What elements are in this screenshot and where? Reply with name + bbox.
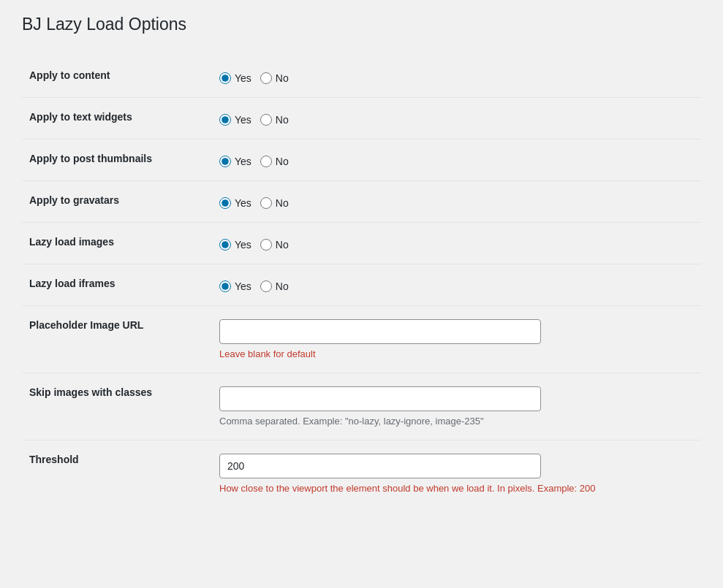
- radio-no-label-2: No: [276, 114, 289, 126]
- row-placeholder-image-url: Placeholder Image URL Leave blank for de…: [22, 306, 701, 373]
- radio-no-label: No: [276, 72, 289, 84]
- radio-yes-apply-to-content[interactable]: Yes: [219, 72, 251, 84]
- radio-input-yes-apply-to-post-thumbnails[interactable]: [219, 156, 231, 167]
- radio-no-lazy-load-iframes[interactable]: No: [260, 280, 289, 292]
- row-lazy-load-images: Lazy load images Yes No: [22, 223, 701, 264]
- radio-yes-label-4: Yes: [235, 197, 251, 209]
- radio-yes-label-6: Yes: [235, 280, 251, 292]
- radio-input-no-apply-to-post-thumbnails[interactable]: [260, 156, 272, 167]
- options-table: Apply to content Yes No Apply to tex: [22, 56, 701, 507]
- radio-input-yes-lazy-load-iframes[interactable]: [219, 280, 231, 292]
- label-lazy-load-iframes: Lazy load iframes: [29, 278, 116, 289]
- radio-no-label-6: No: [276, 280, 289, 292]
- threshold-hint: How close to the viewport the element sh…: [219, 483, 694, 494]
- row-threshold: Threshold How close to the viewport the …: [22, 440, 701, 508]
- radio-no-apply-to-gravatars[interactable]: No: [260, 197, 289, 209]
- skip-images-classes-hint: Comma separated. Example: "no-lazy, lazy…: [219, 416, 694, 427]
- radio-group-apply-to-content: Yes No: [219, 69, 694, 84]
- radio-no-apply-to-text-widgets[interactable]: No: [260, 114, 289, 126]
- radio-input-no-lazy-load-images[interactable]: [260, 239, 272, 251]
- label-apply-to-content: Apply to content: [29, 69, 110, 81]
- row-apply-to-content: Apply to content Yes No: [22, 56, 701, 98]
- radio-input-yes-apply-to-text-widgets[interactable]: [219, 114, 231, 126]
- radio-input-yes-apply-to-content[interactable]: [219, 72, 231, 84]
- radio-no-label-3: No: [276, 156, 289, 167]
- radio-input-no-apply-to-gravatars[interactable]: [260, 197, 272, 209]
- row-skip-images-classes: Skip images with classes Comma separated…: [22, 373, 701, 440]
- radio-group-apply-to-gravatars: Yes No: [219, 194, 694, 209]
- radio-no-label-4: No: [276, 197, 289, 209]
- threshold-input[interactable]: [219, 454, 541, 478]
- radio-group-lazy-load-iframes: Yes No: [219, 278, 694, 292]
- radio-yes-apply-to-post-thumbnails[interactable]: Yes: [219, 156, 251, 167]
- radio-input-no-lazy-load-iframes[interactable]: [260, 280, 272, 292]
- row-apply-to-gravatars: Apply to gravatars Yes No: [22, 181, 701, 223]
- radio-yes-label: Yes: [235, 72, 251, 84]
- row-apply-to-post-thumbnails: Apply to post thumbnails Yes No: [22, 140, 701, 181]
- radio-group-lazy-load-images: Yes No: [219, 236, 694, 251]
- label-apply-to-post-thumbnails: Apply to post thumbnails: [29, 153, 152, 164]
- radio-yes-apply-to-gravatars[interactable]: Yes: [219, 197, 251, 209]
- placeholder-image-url-input[interactable]: [219, 319, 541, 344]
- radio-no-apply-to-post-thumbnails[interactable]: No: [260, 156, 289, 167]
- skip-images-classes-input[interactable]: [219, 386, 541, 411]
- label-lazy-load-images: Lazy load images: [29, 236, 114, 248]
- radio-group-apply-to-text-widgets: Yes No: [219, 111, 694, 126]
- placeholder-image-url-hint: Leave blank for default: [219, 348, 694, 359]
- radio-no-lazy-load-images[interactable]: No: [260, 239, 289, 251]
- radio-no-apply-to-content[interactable]: No: [260, 72, 289, 84]
- radio-input-no-apply-to-text-widgets[interactable]: [260, 114, 272, 126]
- row-apply-to-text-widgets: Apply to text widgets Yes No: [22, 98, 701, 140]
- radio-no-label-5: No: [276, 239, 289, 251]
- page-title: BJ Lazy Load Options: [22, 15, 701, 42]
- label-placeholder-image-url: Placeholder Image URL: [29, 319, 143, 331]
- radio-input-yes-apply-to-gravatars[interactable]: [219, 197, 231, 209]
- row-lazy-load-iframes: Lazy load iframes Yes No: [22, 264, 701, 306]
- label-apply-to-text-widgets: Apply to text widgets: [29, 111, 132, 123]
- radio-yes-label-2: Yes: [235, 114, 251, 126]
- radio-yes-lazy-load-iframes[interactable]: Yes: [219, 280, 251, 292]
- radio-input-no-apply-to-content[interactable]: [260, 72, 272, 84]
- radio-yes-label-5: Yes: [235, 239, 251, 251]
- label-skip-images-classes: Skip images with classes: [29, 386, 152, 398]
- radio-group-apply-to-post-thumbnails: Yes No: [219, 153, 694, 167]
- radio-yes-lazy-load-images[interactable]: Yes: [219, 239, 251, 251]
- label-threshold: Threshold: [29, 454, 79, 465]
- label-apply-to-gravatars: Apply to gravatars: [29, 194, 119, 206]
- radio-input-yes-lazy-load-images[interactable]: [219, 239, 231, 251]
- radio-yes-label-3: Yes: [235, 156, 251, 167]
- radio-yes-apply-to-text-widgets[interactable]: Yes: [219, 114, 251, 126]
